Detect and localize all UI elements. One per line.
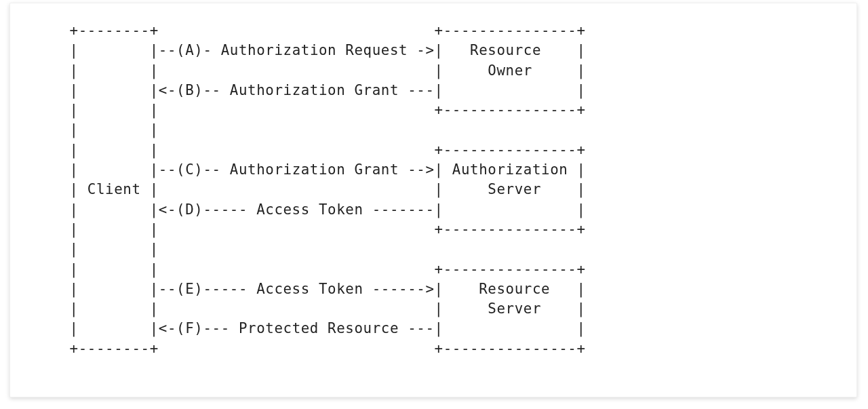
flow-B-label: Authorization Grant [230,82,399,98]
flow-A-label: Authorization Request [221,42,408,58]
oauth-flow-diagram: +--------+ +---------------+ | |--(A)- A… [25,21,842,359]
resource-owner-l2: Owner [488,62,532,79]
resource-server-l2: Server [488,300,541,317]
resource-owner-l1: Resource [470,42,541,58]
flow-C-label: Authorization Grant [230,161,399,178]
resource-server-l1: Resource [479,281,550,297]
diagram-card: +--------+ +---------------+ | |--(A)- A… [9,3,857,397]
client-label: Client [87,181,141,197]
auth-server-l1: Authorization [452,161,568,178]
flow-D-label: Access Token [256,201,363,218]
flow-F-label: Protected Resource [239,320,399,336]
flow-E-label: Access Token [256,281,363,297]
auth-server-l2: Server [488,181,541,197]
